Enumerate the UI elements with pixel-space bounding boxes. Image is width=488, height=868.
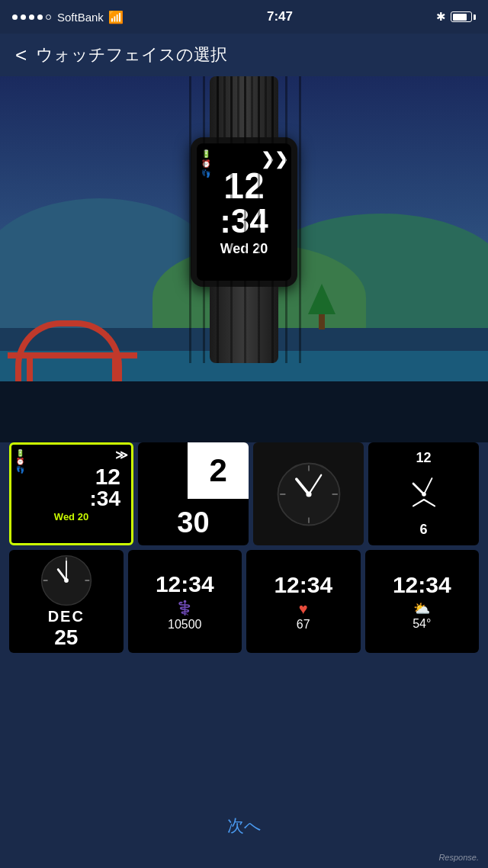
bluetooth-icon: ✱ bbox=[436, 10, 446, 24]
signal-dot-5 bbox=[46, 14, 51, 20]
bridge-support-right bbox=[112, 355, 118, 381]
signal-dot-1 bbox=[12, 14, 18, 20]
battery-tip bbox=[474, 14, 476, 20]
watch-face-1[interactable]: 🔋 ⏰ 👣 ≫ 12 :34 Wed 20 bbox=[9, 442, 133, 545]
face8-weather-icon: ⛅ bbox=[413, 600, 430, 617]
face1-battery-icon: 🔋 bbox=[16, 449, 24, 457]
face5-day: 25 bbox=[54, 625, 78, 650]
watch-face-4[interactable]: 12 6 bbox=[368, 442, 479, 545]
face6-steps-icon: ⚕️ bbox=[176, 600, 193, 616]
signal-dot-3 bbox=[29, 14, 34, 20]
face7-bpm: 67 bbox=[297, 618, 310, 632]
face4-twelve: 12 bbox=[368, 450, 479, 466]
face5-month: DEC bbox=[48, 608, 85, 625]
status-right: ✱ bbox=[436, 10, 476, 24]
face7-time: 12:34 bbox=[274, 572, 332, 597]
face7-heart-icon: ♥ bbox=[299, 600, 308, 618]
analog-clock-dark bbox=[274, 460, 343, 529]
watch-face-3[interactable] bbox=[253, 442, 364, 545]
status-bar: SoftBank 📶 7:47 ✱ bbox=[0, 0, 488, 34]
status-left: SoftBank 📶 bbox=[12, 10, 124, 24]
face2-white: 2 bbox=[188, 442, 249, 499]
watermark: Response. bbox=[438, 853, 479, 862]
watch-face-5[interactable]: DEC 25 bbox=[9, 550, 124, 653]
watch-face-7[interactable]: 12:34 ♥ 67 bbox=[246, 550, 361, 653]
battery bbox=[451, 11, 476, 22]
carrier-name: SoftBank bbox=[57, 11, 104, 24]
bridge-support-left bbox=[27, 355, 33, 381]
face8-time: 12:34 bbox=[393, 572, 451, 597]
dark-strip bbox=[0, 381, 488, 442]
face2-minutes: 30 bbox=[138, 506, 249, 539]
back-button[interactable]: < bbox=[15, 43, 27, 67]
status-time: 7:47 bbox=[267, 9, 293, 24]
signal-dot-2 bbox=[21, 14, 26, 20]
wifi-icon: 📶 bbox=[108, 10, 124, 24]
svg-point-7 bbox=[306, 491, 311, 497]
face1-hour: 12 bbox=[16, 465, 120, 488]
watch-face-6[interactable]: 12:34 ⚕️ 10500 bbox=[128, 550, 242, 653]
screen-chevrons: ❯❯ bbox=[261, 149, 288, 169]
face6-time: 12:34 bbox=[156, 571, 214, 596]
face1-chevrons: ≫ bbox=[115, 448, 128, 462]
signal-dot-4 bbox=[37, 14, 43, 20]
svg-point-18 bbox=[64, 578, 69, 583]
grid-row-1: 🔋 ⏰ 👣 ≫ 12 :34 Wed 20 2 30 bbox=[9, 442, 479, 545]
face1-alarm-icon: ⏰ bbox=[16, 458, 24, 465]
watch-face-grid: 🔋 ⏰ 👣 ≫ 12 :34 Wed 20 2 30 bbox=[0, 442, 488, 657]
face4-six: 6 bbox=[368, 522, 479, 538]
watch-face-8[interactable]: 12:34 ⛅ 54° bbox=[365, 550, 480, 653]
svg-point-11 bbox=[422, 492, 426, 497]
next-button[interactable]: 次へ bbox=[227, 815, 262, 837]
battery-fill bbox=[453, 14, 467, 21]
face1-date: Wed 20 bbox=[16, 511, 127, 522]
svg-line-10 bbox=[424, 478, 432, 494]
watch-face-2[interactable]: 2 30 bbox=[138, 442, 249, 545]
bridge bbox=[15, 305, 130, 381]
band-bottom bbox=[210, 287, 278, 363]
face2-hour: 2 bbox=[209, 455, 226, 487]
page-title: ウォッチフェイスの選択 bbox=[36, 43, 227, 66]
grid-row-2: DEC 25 12:34 ⚕️ 10500 12:34 ♥ 67 12:34 ⛅… bbox=[9, 550, 479, 653]
face8-temp: 54° bbox=[413, 617, 431, 631]
analog-clock-minimal bbox=[397, 468, 451, 521]
svg-line-9 bbox=[413, 484, 424, 494]
face6-steps: 10500 bbox=[168, 618, 202, 632]
tree-trunk bbox=[319, 314, 325, 330]
nav-bar: < ウォッチフェイスの選択 bbox=[0, 34, 488, 76]
band-container: 🔋 ⏰ 👣 ❯❯ 12 :34 Wed 20 bbox=[175, 76, 313, 363]
face1-minutes: :34 bbox=[16, 488, 120, 510]
battery-body bbox=[451, 11, 472, 22]
analog-clock-date bbox=[39, 553, 94, 608]
